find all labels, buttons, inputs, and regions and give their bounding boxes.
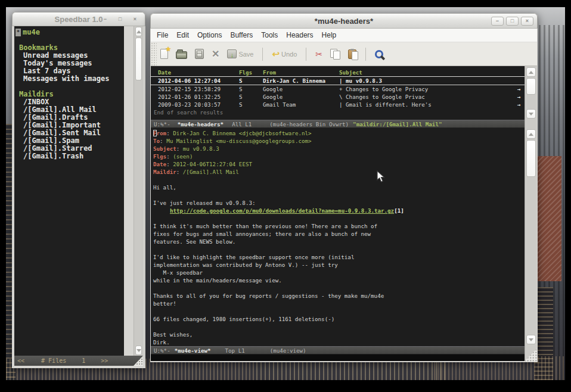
scroll-thumb[interactable] bbox=[526, 140, 536, 177]
field-colon: : bbox=[176, 145, 183, 152]
end-of-results-text: End of search results bbox=[151, 108, 525, 116]
view-scrollbar[interactable] bbox=[525, 129, 537, 345]
field-value: 2012-04-06T12:27:04 EEST bbox=[173, 161, 252, 167]
search-button[interactable] bbox=[375, 46, 383, 63]
scroll-down-button[interactable] bbox=[526, 335, 536, 344]
text-cursor: F bbox=[153, 130, 157, 136]
mu4e-window-title: *mu4e-headers* bbox=[315, 17, 373, 26]
body-link-line: http://code.google.com/p/mu0/downloads/d… bbox=[151, 207, 525, 214]
cell-arrow: → bbox=[517, 85, 525, 93]
toolbar-separator bbox=[262, 48, 263, 61]
speedbar-next-button[interactable]: >> bbox=[101, 356, 108, 366]
paste-button[interactable] bbox=[348, 46, 356, 63]
dired-button[interactable] bbox=[195, 46, 204, 63]
menu-buffers[interactable]: Buffers bbox=[230, 31, 253, 39]
menu-headers[interactable]: Headers bbox=[286, 31, 313, 39]
maximize-icon[interactable]: □ bbox=[506, 17, 519, 26]
headers-scrollbar[interactable] bbox=[525, 67, 537, 119]
speedbar-prev-button[interactable]: << bbox=[17, 356, 24, 366]
scroll-up-button[interactable] bbox=[135, 27, 142, 36]
undo-button[interactable]: ↩ Undo bbox=[272, 46, 297, 63]
speedbar-scrollbar[interactable] bbox=[134, 26, 143, 356]
copy-icon bbox=[330, 49, 340, 59]
star-icon: ★ bbox=[165, 45, 171, 53]
open-folder-icon bbox=[176, 51, 187, 59]
toolbar-separator bbox=[306, 48, 306, 61]
field-value: Mu Mailinglist <mu-discuss@googlegroups.… bbox=[166, 138, 311, 144]
modeline-coding: U:%*- bbox=[154, 120, 170, 128]
speedbar-content: * mu4e BookmarksUnread messagesToday's m… bbox=[14, 26, 124, 356]
body-line: 66 files changed, 1980 insertions(+), 11… bbox=[151, 315, 525, 323]
menu-file[interactable]: File bbox=[157, 31, 168, 39]
field-colon: : bbox=[166, 153, 173, 160]
cell-date: 2009-03-23 20:03:57 bbox=[151, 101, 239, 108]
modeline-position: Top L1 bbox=[225, 347, 245, 354]
body-line: Dirk. bbox=[151, 338, 525, 346]
mu4e-titlebar[interactable]: *mu4e-headers* − □ × bbox=[150, 13, 538, 29]
scroll-thumb[interactable] bbox=[526, 78, 536, 95]
menu-edit[interactable]: Edit bbox=[176, 31, 189, 39]
message-row[interactable]: 2012-01-26 01:32:25SGoogle\ Changes to G… bbox=[151, 93, 525, 101]
column-flags[interactable]: Flgs bbox=[239, 69, 263, 76]
down-arrow-icon: ↓ bbox=[231, 51, 234, 58]
message-row[interactable]: 2009-03-23 20:03:57SGmail Team| Gmail is… bbox=[151, 101, 525, 108]
cell-arrow: → bbox=[517, 93, 525, 101]
body-line: implementation was contributed by Antono… bbox=[151, 261, 525, 269]
download-link[interactable]: http://code.google.com/p/mu0/downloads/d… bbox=[170, 207, 394, 214]
scroll-up-button[interactable] bbox=[526, 67, 536, 77]
speedbar-files-label[interactable]: # Files bbox=[41, 356, 66, 366]
copy-button[interactable] bbox=[330, 46, 340, 63]
field-colon: : bbox=[176, 169, 183, 175]
cell-subj: \ Changes to Google Privac bbox=[339, 93, 517, 101]
speedbar-titlebar[interactable]: Speedbar 1.0 − □ × bbox=[12, 12, 145, 26]
cut-button[interactable]: ✂ bbox=[315, 46, 322, 63]
close-icon[interactable]: × bbox=[521, 17, 533, 26]
speedbar-root[interactable]: * mu4e bbox=[14, 29, 124, 36]
chevron-up-icon bbox=[529, 133, 533, 136]
desktop: Speedbar 1.0 − □ × * mu4e BookmarksUnrea… bbox=[0, 0, 571, 392]
modeline-coding: U:%*- bbox=[154, 347, 170, 354]
minimize-icon[interactable]: − bbox=[491, 17, 504, 26]
field-value: Dirk-Jan C. Binnema <djcb@djcbsoftware.n… bbox=[173, 130, 311, 136]
clipboard-icon bbox=[348, 49, 356, 59]
message-row[interactable]: 2012-02-15 23:58:29SGoogle+ Changes to G… bbox=[151, 85, 525, 93]
speedbar-item-messages-with-images[interactable]: Messages with images bbox=[14, 75, 124, 83]
echo-area[interactable] bbox=[151, 354, 537, 361]
message-row[interactable]: 2012-04-06 12:27:04SDirk-Jan C. Binnema|… bbox=[151, 77, 525, 85]
field-value: mu v0.9.8.3 bbox=[183, 145, 219, 152]
body-line: M-x speedbar bbox=[151, 269, 525, 276]
chevron-down-icon bbox=[529, 338, 533, 341]
cell-subj: + Changes to Google Privacy bbox=[339, 85, 517, 93]
column-date[interactable]: Date bbox=[151, 69, 239, 76]
close-buffer-button[interactable]: ✕ bbox=[212, 46, 219, 63]
new-file-button[interactable]: ★ bbox=[160, 46, 168, 63]
column-from[interactable]: From bbox=[263, 69, 339, 76]
speedbar-attached-icon: * bbox=[15, 29, 21, 36]
speedbar-item-gmail-trash[interactable]: /[Gmail].Trash bbox=[14, 153, 124, 160]
toolbar: ★ ✕ ↓ Save ↩ Undo ✂ bbox=[151, 42, 537, 66]
scroll-down-button[interactable] bbox=[526, 109, 536, 119]
cell-flags: S bbox=[239, 77, 263, 85]
speedbar-window: Speedbar 1.0 − □ × * mu4e BookmarksUnrea… bbox=[12, 12, 145, 368]
menu-bar: FileEditOptionsBuffersToolsHeadersHelp bbox=[151, 29, 537, 42]
close-icon[interactable]: × bbox=[129, 15, 141, 24]
new-file-icon: ★ bbox=[160, 49, 168, 59]
cell-subj: | Gmail is different. Here's bbox=[339, 101, 517, 108]
open-file-button[interactable] bbox=[176, 46, 187, 63]
cell-date: 2012-04-06 12:27:04 bbox=[151, 77, 239, 85]
menu-tools[interactable]: Tools bbox=[261, 31, 278, 39]
minimize-icon[interactable]: − bbox=[99, 15, 111, 24]
blank-line bbox=[151, 191, 525, 199]
menu-options[interactable]: Options bbox=[197, 31, 222, 39]
delete-x-icon: ✕ bbox=[212, 49, 219, 59]
wallpaper-building bbox=[538, 156, 561, 281]
column-subject[interactable]: Subject bbox=[339, 69, 525, 76]
scroll-down-button[interactable] bbox=[135, 346, 142, 355]
maximize-icon[interactable]: □ bbox=[114, 15, 126, 24]
scroll-thumb[interactable] bbox=[135, 38, 142, 80]
field-colon: : bbox=[166, 130, 173, 136]
scroll-up-button[interactable] bbox=[526, 129, 536, 139]
blank-line bbox=[151, 323, 525, 331]
menu-help[interactable]: Help bbox=[322, 31, 337, 39]
save-button[interactable]: ↓ Save bbox=[227, 46, 253, 63]
